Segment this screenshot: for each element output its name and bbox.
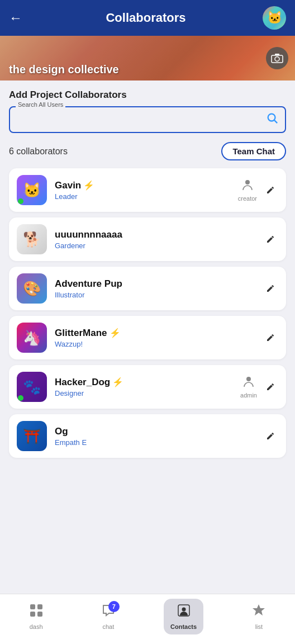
header: ← Collaborators 🐱 bbox=[0, 0, 295, 36]
user-avatar[interactable]: 🐱 bbox=[263, 6, 286, 30]
back-button[interactable]: ← bbox=[9, 10, 22, 26]
nav-item-dash[interactable]: dash bbox=[20, 603, 53, 630]
collaborator-role: Wazzup! bbox=[55, 340, 263, 348]
edit-button[interactable] bbox=[263, 182, 278, 198]
edit-button[interactable] bbox=[263, 281, 278, 296]
collaborators-list: 🐱 Gavin ⚡ Leader cr bbox=[9, 168, 286, 458]
bottom-navigation: dash 7 chat Contacts bbox=[0, 594, 295, 644]
avatar: ⛩️ bbox=[17, 421, 47, 451]
collaborator-count: 6 collaborators bbox=[9, 146, 68, 157]
svg-rect-8 bbox=[37, 604, 42, 609]
avatar: 🐕 bbox=[17, 224, 47, 254]
edit-button[interactable] bbox=[263, 428, 278, 444]
contacts-icon bbox=[177, 603, 191, 621]
camera-button[interactable] bbox=[266, 47, 288, 69]
svg-point-1 bbox=[275, 57, 279, 61]
nav-label-list: list bbox=[255, 623, 263, 630]
collaborator-name: Gavin ⚡ bbox=[55, 180, 238, 191]
collaborator-name: Hacker_Dog ⚡ bbox=[55, 377, 240, 388]
search-label: Search All Users bbox=[16, 101, 65, 108]
project-name: the design collective bbox=[9, 63, 119, 76]
table-row: 🎨 Adventure Pup Illustrator bbox=[9, 267, 286, 310]
svg-point-5 bbox=[245, 180, 250, 184]
collaborator-name: Adventure Pup bbox=[55, 278, 263, 290]
project-banner: the design collective bbox=[0, 36, 295, 80]
nav-label-chat: chat bbox=[102, 623, 114, 630]
chat-badge: 7 bbox=[108, 601, 120, 612]
nav-item-list[interactable]: list bbox=[242, 603, 275, 630]
lightning-icon: ⚡ bbox=[112, 377, 123, 387]
svg-point-6 bbox=[246, 377, 251, 381]
search-container: Search All Users bbox=[9, 106, 286, 133]
svg-point-12 bbox=[182, 607, 185, 611]
edit-button[interactable] bbox=[263, 379, 278, 395]
online-indicator bbox=[18, 395, 23, 401]
contacts-bg: Contacts bbox=[164, 599, 203, 634]
list-icon bbox=[253, 603, 265, 621]
svg-line-4 bbox=[274, 120, 277, 123]
collaborator-role: Empath E bbox=[55, 438, 263, 447]
collaborators-bar: 6 collaborators Team Chat bbox=[9, 142, 286, 160]
avatar: 🐱 bbox=[17, 175, 47, 205]
collaborator-role: Illustrator bbox=[55, 291, 263, 299]
edit-button[interactable] bbox=[263, 231, 278, 247]
search-icon bbox=[266, 112, 278, 127]
admin-icon bbox=[243, 376, 254, 391]
table-row: 🐾 Hacker_Dog ⚡ Designer bbox=[9, 365, 286, 409]
svg-marker-13 bbox=[253, 604, 265, 615]
svg-rect-10 bbox=[37, 612, 42, 617]
svg-point-3 bbox=[268, 114, 275, 121]
nav-label-dash: dash bbox=[30, 623, 43, 630]
creator-label: creator bbox=[238, 195, 257, 202]
collaborator-role: Designer bbox=[55, 389, 240, 397]
table-row: ⛩️ Og Empath E bbox=[9, 414, 286, 458]
admin-label: admin bbox=[240, 392, 257, 399]
add-section-title: Add Project Collaborators bbox=[9, 89, 286, 101]
collaborator-role: Leader bbox=[55, 192, 238, 201]
lightning-icon: ⚡ bbox=[110, 328, 121, 338]
svg-rect-7 bbox=[30, 604, 35, 609]
team-chat-button[interactable]: Team Chat bbox=[221, 142, 286, 160]
avatar: 🦄 bbox=[17, 323, 47, 353]
table-row: 🦄 GlitterMane ⚡ Wazzup! bbox=[9, 316, 286, 359]
nav-item-contacts[interactable]: Contacts bbox=[164, 599, 203, 634]
collaborator-name: Og bbox=[55, 426, 263, 437]
page-title: Collaborators bbox=[29, 11, 263, 25]
svg-rect-9 bbox=[30, 612, 35, 617]
table-row: 🐱 Gavin ⚡ Leader cr bbox=[9, 168, 286, 212]
creator-icon bbox=[242, 179, 253, 194]
table-row: 🐕 uuuunnnnaaaa Gardener bbox=[9, 217, 286, 261]
collaborator-role: Gardener bbox=[55, 242, 263, 250]
role-badge: admin bbox=[240, 376, 257, 399]
collaborator-name: uuuunnnnaaaa bbox=[55, 229, 263, 240]
nav-label-contacts: Contacts bbox=[170, 623, 197, 630]
role-badge: creator bbox=[238, 179, 257, 202]
dash-icon bbox=[29, 603, 44, 621]
avatar: 🐾 bbox=[17, 372, 47, 402]
main-content: Add Project Collaborators Search All Use… bbox=[0, 80, 295, 594]
avatar-emoji: 🐱 bbox=[267, 11, 282, 25]
collaborator-name: GlitterMane ⚡ bbox=[55, 328, 263, 339]
svg-rect-2 bbox=[275, 54, 279, 55]
online-indicator bbox=[18, 198, 23, 204]
avatar: 🎨 bbox=[17, 273, 47, 304]
lightning-icon: ⚡ bbox=[83, 180, 94, 191]
edit-button[interactable] bbox=[263, 330, 278, 345]
nav-item-chat[interactable]: 7 chat bbox=[92, 603, 125, 630]
search-input[interactable] bbox=[9, 106, 286, 133]
